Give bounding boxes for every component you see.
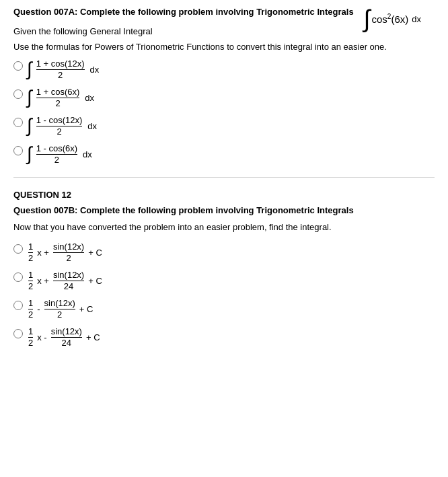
option-b3-expr: 1 2 - sin(12x) 2 + C — [27, 298, 93, 320]
operator-b1: x + — [37, 248, 49, 258]
integral-dx: dx — [412, 14, 421, 24]
prefix-frac-b1: 1 2 — [28, 242, 33, 263]
radio-a1[interactable] — [13, 61, 23, 71]
radio-b4[interactable] — [13, 329, 23, 338]
option-b1: 1 2 x + sin(12x) 2 + C — [13, 242, 435, 263]
option-b4-expr: 1 2 x - sin(12x) 24 + C — [27, 326, 100, 348]
numerator-b1: sin(12x) — [53, 242, 84, 253]
option-b2-expr: 1 2 x + sin(12x) 24 + C — [27, 270, 102, 291]
dx-a4: dx — [83, 149, 92, 159]
option-b1-expr: 1 2 x + sin(12x) 2 + C — [27, 242, 102, 263]
option-b2: 1 2 x + sin(12x) 24 + C — [13, 270, 435, 291]
fraction-b3: sin(12x) 2 — [44, 298, 75, 320]
prefix-frac-b4: 1 2 — [28, 326, 33, 348]
question-12-label: QUESTION 12 — [13, 190, 435, 200]
prefix-num-b3: 1 — [28, 298, 33, 309]
suffix-b4: + C — [86, 332, 100, 342]
denominator-b3: 2 — [57, 309, 62, 320]
dx-a2: dx — [85, 93, 94, 103]
numerator-b3: sin(12x) — [44, 298, 75, 309]
option-a4: ∫ 1 - cos(6x) 2 dx — [13, 143, 435, 165]
denominator-a2: 2 — [55, 98, 60, 108]
prefix-den-b4: 2 — [28, 338, 33, 348]
suffix-b3: + C — [79, 304, 94, 314]
fraction-a3: 1 - cos(12x) 2 — [36, 115, 83, 137]
prefix-den-b3: 2 — [28, 309, 33, 320]
section-divider — [13, 177, 435, 178]
prefix-den-b2: 2 — [28, 281, 33, 291]
fraction-a4: 1 - cos(6x) 2 — [36, 143, 77, 165]
fraction-a2: 1 + cos(6x) 2 — [36, 87, 80, 108]
dx-a1: dx — [90, 65, 100, 75]
integral-expression: cos2(6x) — [372, 13, 409, 25]
int-a1: ∫ — [27, 60, 32, 79]
fraction-a1: 1 + cos(12x) 2 — [36, 59, 85, 80]
option-a1-expr: ∫ 1 + cos(12x) 2 dx — [27, 59, 99, 80]
option-a3-expr: ∫ 1 - cos(12x) 2 dx — [27, 115, 97, 137]
option-a3: ∫ 1 - cos(12x) 2 dx — [13, 115, 435, 137]
prefix-den-b1: 2 — [28, 253, 33, 263]
radio-b2[interactable] — [13, 272, 23, 282]
question-007b-header: Question 007B: Complete the following pr… — [13, 205, 435, 215]
fraction-b1: sin(12x) 2 — [53, 242, 84, 263]
operator-b2: x + — [37, 276, 49, 286]
option-a4-expr: ∫ 1 - cos(6x) 2 dx — [27, 143, 92, 165]
option-a2-expr: ∫ 1 + cos(6x) 2 dx — [27, 87, 94, 108]
denominator-b2: 24 — [64, 281, 73, 291]
suffix-b2: + C — [88, 276, 102, 286]
denominator-b1: 2 — [66, 253, 71, 263]
prefix-num-b2: 1 — [28, 270, 33, 281]
prefix-num-b4: 1 — [28, 326, 33, 338]
int-a2: ∫ — [27, 88, 32, 107]
use-formulas-text: Use the formulas for Powers of Trionomet… — [13, 42, 435, 52]
prefix-frac-b2: 1 2 — [28, 270, 33, 291]
radio-a3[interactable] — [13, 118, 23, 127]
integral-symbol: ∫ — [364, 7, 371, 31]
radio-a4[interactable] — [13, 146, 23, 155]
denominator-a4: 2 — [54, 155, 59, 165]
numerator-a2: 1 + cos(6x) — [36, 87, 80, 98]
fraction-b2: sin(12x) 24 — [53, 270, 84, 291]
dx-a3: dx — [87, 121, 97, 131]
numerator-b4: sin(12x) — [51, 326, 82, 338]
numerator-a3: 1 - cos(12x) — [36, 115, 83, 126]
operator-b4: x - — [37, 332, 46, 342]
option-b3: 1 2 - sin(12x) 2 + C — [13, 298, 435, 320]
option-a2: ∫ 1 + cos(6x) 2 dx — [13, 87, 435, 108]
now-that-text: Now that you have converted the problem … — [13, 222, 435, 232]
numerator-a4: 1 - cos(6x) — [36, 143, 77, 155]
numerator-b2: sin(12x) — [53, 270, 84, 281]
prefix-num-b1: 1 — [28, 242, 33, 253]
radio-b3[interactable] — [13, 301, 23, 310]
fraction-b4: sin(12x) 24 — [51, 326, 82, 348]
suffix-b1: + C — [88, 248, 102, 258]
prefix-frac-b3: 1 2 — [28, 298, 33, 320]
denominator-b4: 24 — [62, 338, 71, 348]
option-b4: 1 2 x - sin(12x) 24 + C — [13, 326, 435, 348]
radio-a2[interactable] — [13, 89, 23, 99]
radio-b1[interactable] — [13, 244, 23, 254]
int-a3: ∫ — [27, 116, 32, 135]
int-a4: ∫ — [27, 145, 32, 163]
denominator-a3: 2 — [57, 126, 61, 137]
option-a1: ∫ 1 + cos(12x) 2 dx — [13, 59, 435, 80]
operator-b3: - — [37, 304, 40, 314]
integral-display: ∫ cos2(6x) dx — [364, 7, 421, 31]
denominator-a1: 2 — [58, 70, 63, 80]
numerator-a1: 1 + cos(12x) — [36, 59, 85, 70]
